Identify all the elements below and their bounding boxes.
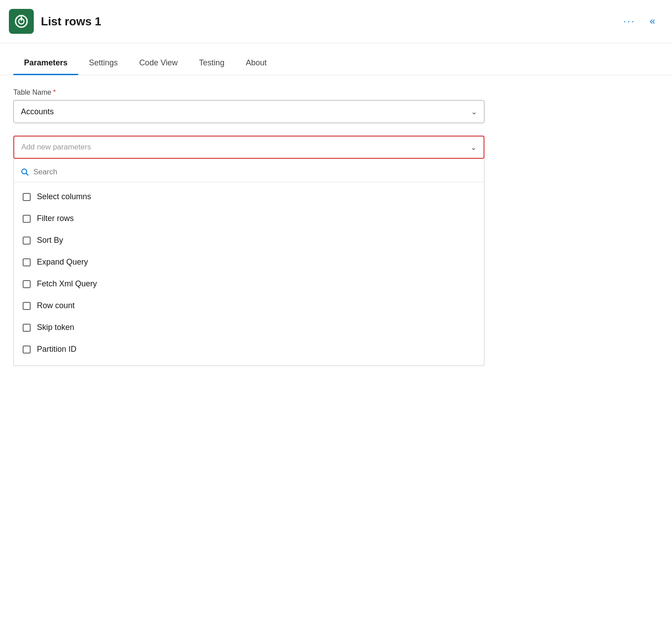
list-item-skip-token[interactable]: Skip token <box>14 317 484 338</box>
svg-line-3 <box>26 173 28 176</box>
chevron-down-icon: ⌄ <box>471 108 477 116</box>
checkbox-skip-token[interactable] <box>23 324 31 332</box>
search-icon <box>21 168 29 176</box>
main-content: Table Name* Accounts ⌄ Add new parameter… <box>0 75 672 379</box>
add-params-section: Add new parameters ⌄ <box>13 136 659 366</box>
add-params-dropdown[interactable]: Add new parameters ⌄ <box>13 136 484 159</box>
tab-testing[interactable]: Testing <box>188 52 235 75</box>
checkbox-expand-query[interactable] <box>23 258 31 266</box>
search-input[interactable] <box>33 168 477 177</box>
checkbox-row-count[interactable] <box>23 302 31 310</box>
add-params-placeholder: Add new parameters <box>21 143 91 152</box>
checkbox-sort-by[interactable] <box>23 237 31 245</box>
list-item-partition-id[interactable]: Partition ID <box>14 338 484 360</box>
label-skip-token: Skip token <box>37 323 74 332</box>
search-row <box>14 164 484 182</box>
app-logo <box>9 9 34 34</box>
tab-settings[interactable]: Settings <box>78 52 128 75</box>
tab-code-view[interactable]: Code View <box>128 52 188 75</box>
params-dropdown-panel: Select columns Filter rows Sort By Expan… <box>13 159 484 366</box>
header: List rows 1 ··· « <box>0 0 672 43</box>
more-options-button[interactable]: ··· <box>620 14 639 29</box>
label-expand-query: Expand Query <box>37 257 88 267</box>
list-item-filter-rows[interactable]: Filter rows <box>14 208 484 229</box>
header-right: ··· « <box>620 14 659 29</box>
more-icon: ··· <box>623 16 635 27</box>
tabs-bar: Parameters Settings Code View Testing Ab… <box>0 52 672 75</box>
tab-about[interactable]: About <box>235 52 277 75</box>
checkbox-fetch-xml-query[interactable] <box>23 280 31 288</box>
list-item-expand-query[interactable]: Expand Query <box>14 251 484 273</box>
label-select-columns: Select columns <box>37 192 91 201</box>
label-row-count: Row count <box>37 301 75 310</box>
list-item-sort-by[interactable]: Sort By <box>14 229 484 251</box>
label-filter-rows: Filter rows <box>37 214 74 223</box>
label-partition-id: Partition ID <box>37 345 76 354</box>
collapse-icon: « <box>650 16 655 27</box>
table-name-value: Accounts <box>21 107 54 117</box>
list-item-row-count[interactable]: Row count <box>14 295 484 317</box>
table-name-section: Table Name* Accounts ⌄ <box>13 88 659 123</box>
checkbox-partition-id[interactable] <box>23 346 31 354</box>
tab-parameters[interactable]: Parameters <box>13 52 78 75</box>
app-container: List rows 1 ··· « Parameters Settings Co… <box>0 0 672 619</box>
label-sort-by: Sort By <box>37 236 63 245</box>
list-item-select-columns[interactable]: Select columns <box>14 186 484 208</box>
page-title: List rows 1 <box>41 15 101 28</box>
collapse-button[interactable]: « <box>646 14 659 29</box>
required-indicator: * <box>53 88 56 96</box>
checkbox-filter-rows[interactable] <box>23 215 31 223</box>
header-left: List rows 1 <box>9 9 101 34</box>
table-name-label: Table Name* <box>13 88 659 96</box>
add-params-chevron-icon: ⌄ <box>471 143 476 152</box>
label-fetch-xml-query: Fetch Xml Query <box>37 279 97 289</box>
checkbox-select-columns[interactable] <box>23 193 31 201</box>
table-name-select[interactable]: Accounts ⌄ <box>13 100 484 123</box>
list-item-fetch-xml-query[interactable]: Fetch Xml Query <box>14 273 484 295</box>
